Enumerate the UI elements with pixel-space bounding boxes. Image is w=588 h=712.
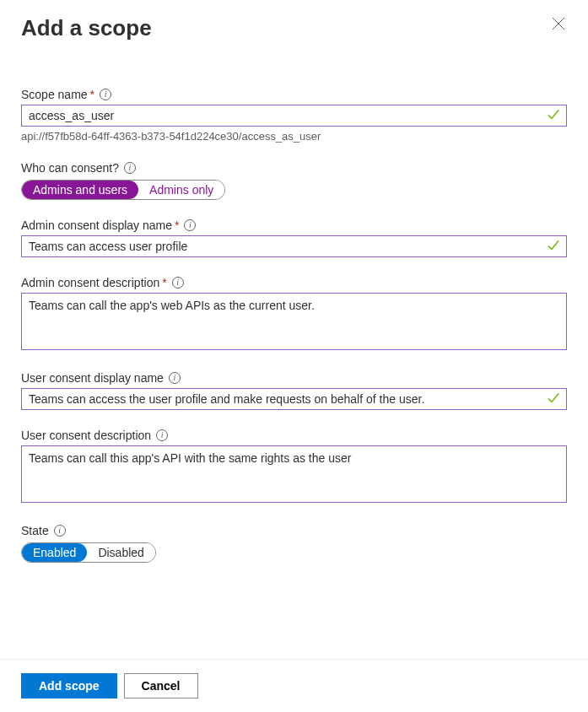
state-toggle: Enabled Disabled xyxy=(21,542,156,563)
state-enabled[interactable]: Enabled xyxy=(22,543,87,562)
state-label: State xyxy=(21,524,49,537)
who-can-consent-toggle: Admins and users Admins only xyxy=(21,180,225,200)
required-indicator: * xyxy=(90,88,94,101)
admin-display-name-label: Admin consent display name xyxy=(21,218,172,232)
admin-display-name-input[interactable] xyxy=(21,235,567,257)
required-indicator: * xyxy=(175,218,179,232)
consent-admins-and-users[interactable]: Admins and users xyxy=(22,181,138,199)
check-icon xyxy=(547,391,560,407)
info-icon[interactable]: i xyxy=(172,277,184,289)
user-description-label: User consent description xyxy=(21,429,151,442)
info-icon[interactable]: i xyxy=(124,162,136,174)
close-icon[interactable] xyxy=(550,15,567,35)
state-disabled[interactable]: Disabled xyxy=(87,543,154,562)
who-can-consent-label: Who can consent? xyxy=(21,161,119,175)
panel-title: Add a scope xyxy=(21,15,152,41)
admin-description-input[interactable] xyxy=(21,293,567,350)
user-description-input[interactable] xyxy=(21,445,567,503)
info-icon[interactable]: i xyxy=(100,89,111,100)
required-indicator: * xyxy=(162,276,166,289)
add-scope-button[interactable]: Add scope xyxy=(21,673,117,699)
info-icon[interactable]: i xyxy=(156,429,168,441)
scope-name-input[interactable] xyxy=(21,105,567,127)
user-display-name-input[interactable] xyxy=(21,388,567,410)
info-icon[interactable]: i xyxy=(54,525,66,537)
check-icon xyxy=(547,239,560,255)
scope-name-label: Scope name xyxy=(21,88,88,101)
cancel-button[interactable]: Cancel xyxy=(124,673,198,699)
info-icon[interactable]: i xyxy=(169,372,181,384)
consent-admins-only[interactable]: Admins only xyxy=(138,181,224,199)
scope-name-hint: api://f57fb58d-64ff-4363-b373-54f1d224ce… xyxy=(21,130,567,143)
admin-description-label: Admin consent description xyxy=(21,276,159,289)
info-icon[interactable]: i xyxy=(184,219,196,231)
user-display-name-label: User consent display name xyxy=(21,371,164,385)
check-icon xyxy=(547,108,560,124)
